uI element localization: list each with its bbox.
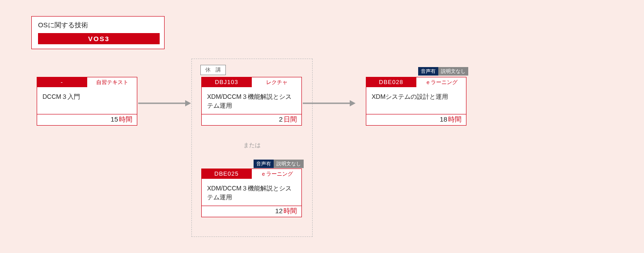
tag-row: 音声有 説明文なし: [418, 67, 468, 76]
card-head: - 自習テキスト: [37, 77, 137, 87]
course-duration: 18時間: [366, 114, 466, 125]
category-banner: VOS3: [38, 33, 160, 44]
course-card-dbj103[interactable]: DBJ103 レクチャ XDM/DCCM３機能解説とシステム運用 2日間: [201, 77, 302, 126]
duration-value: 15: [110, 115, 118, 123]
course-card-dbe025[interactable]: DBE025 ｅラーニング XDM/DCCM３機能解説とシステム運用 12時間: [201, 169, 302, 217]
course-card-dbe028[interactable]: DBE028 ｅラーニング XDMシステムの設計と運用 18時間: [366, 77, 466, 126]
course-type: レクチャ: [251, 77, 301, 87]
card-head: DBJ103 レクチャ: [202, 77, 301, 87]
course-code: DBJ103: [202, 77, 251, 87]
card-head: DBE025 ｅラーニング: [202, 169, 301, 179]
category-title: OSに関する技術: [38, 21, 160, 30]
tag-row: 音声有 説明文なし: [254, 160, 304, 168]
duration-unit: 時間: [119, 115, 132, 123]
course-type: ｅラーニング: [251, 169, 301, 179]
tag-audio: 音声有: [418, 67, 438, 76]
duration-unit: 時間: [448, 115, 462, 123]
course-title: DCCM３入門: [37, 87, 137, 114]
course-duration: 12時間: [202, 206, 301, 217]
duration-value: 2: [279, 115, 283, 123]
course-code: DBE025: [202, 169, 251, 179]
or-label: または: [238, 141, 265, 149]
duration-value: 12: [275, 207, 283, 215]
course-type: ｅラーニング: [416, 77, 466, 87]
course-type: 自習テキスト: [87, 77, 137, 87]
course-duration: 15時間: [37, 114, 137, 125]
card-head: DBE028 ｅラーニング: [366, 77, 466, 87]
course-code: -: [37, 77, 87, 87]
course-title: XDMシステムの設計と運用: [366, 87, 466, 114]
duration-value: 18: [440, 115, 447, 123]
tag-description: 説明文なし: [274, 160, 304, 168]
course-code: DBE028: [366, 77, 416, 87]
svg-marker-1: [185, 100, 191, 106]
tag-audio: 音声有: [254, 160, 274, 168]
duration-unit: 時間: [284, 207, 297, 215]
course-title: XDM/DCCM３機能解説とシステム運用: [202, 179, 301, 206]
course-card-dccm3-intro[interactable]: - 自習テキスト DCCM３入門 15時間: [37, 77, 137, 126]
course-duration: 2日間: [202, 114, 301, 125]
svg-marker-3: [350, 100, 356, 106]
status-chip-suspended: 休 講: [200, 65, 226, 75]
tag-description: 説明文なし: [438, 67, 468, 76]
course-title: XDM/DCCM３機能解説とシステム運用: [202, 87, 301, 114]
category-box: OSに関する技術 VOS3: [31, 16, 165, 49]
duration-unit: 日間: [284, 115, 297, 123]
